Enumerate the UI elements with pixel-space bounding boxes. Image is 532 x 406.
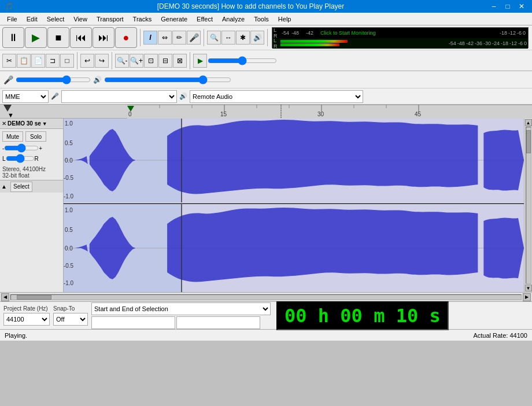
track-info: Stereo, 44100Hz 32-bit float	[0, 165, 63, 180]
menu-view[interactable]: View	[69, 14, 92, 24]
zoom-out-button[interactable]: 🔍-	[115, 54, 129, 68]
selection-type-select[interactable]: Start and End of Selection Start and Len…	[91, 302, 271, 315]
sep4	[77, 52, 77, 69]
zoom-in-tool[interactable]: 🔍	[207, 31, 221, 45]
menu-select[interactable]: Select	[42, 14, 69, 24]
output-level-slider[interactable]	[104, 76, 231, 84]
menu-help[interactable]: Help	[274, 14, 296, 24]
track-dropdown[interactable]: ▼	[42, 121, 47, 127]
track-format-line2: 32-bit float	[2, 172, 61, 179]
play-button[interactable]: ▶	[25, 27, 47, 48]
vertical-scrollbar: ▲ ▼	[524, 119, 532, 292]
input-level-bar: 🎤 🔊	[0, 71, 532, 88]
mute-button[interactable]: Mute	[2, 131, 23, 142]
playback-slider[interactable]	[208, 57, 277, 65]
menu-edit[interactable]: Edit	[22, 14, 42, 24]
volume-tool[interactable]: 🔊	[250, 31, 264, 45]
toolbar-area: ⏸ ▶ ■ ⏮ ⏭ ● I ⇔ ✏ 🎤 🔍 ↔ ✱ 🔊 LR	[0, 25, 532, 71]
cut-button[interactable]: ✂	[2, 54, 16, 68]
silence-button[interactable]: □	[60, 54, 74, 68]
close-track-button[interactable]: ✕	[2, 120, 6, 127]
h-scroll-thumb[interactable]	[17, 295, 51, 300]
scroll-up-button[interactable]: ▲	[525, 119, 532, 126]
zoom-sel-button[interactable]: ⊡	[144, 54, 158, 68]
zoom-extra[interactable]: ⊠	[173, 54, 187, 68]
envelope-tool[interactable]: ⇔	[158, 31, 172, 45]
transport-toolbar: ⏸ ▶ ■ ⏮ ⏭ ● I ⇔ ✏ 🎤 🔍 ↔ ✱ 🔊 LR	[0, 25, 532, 50]
menu-transport[interactable]: Transport	[92, 14, 128, 24]
start-time-input[interactable]: 00 h 00 m 00.000 s	[91, 316, 175, 329]
scroll-left-button[interactable]: ◀	[1, 293, 9, 301]
snap-to-select[interactable]: Off	[53, 313, 88, 326]
sep2	[204, 29, 204, 46]
stop-button[interactable]: ■	[47, 27, 69, 48]
menu-generate[interactable]: Generate	[156, 14, 192, 24]
waveform-svg: 1.0 0.5 0.0 -0.5 -1.0	[64, 119, 524, 292]
minimize-button[interactable]: –	[488, 1, 500, 12]
ruler[interactable]: 0 15 30 45	[127, 105, 532, 119]
driver-select[interactable]: MME	[2, 90, 49, 103]
trim-button[interactable]: ⊐	[46, 54, 60, 68]
selection-tool[interactable]: I	[143, 31, 157, 45]
menu-tools[interactable]: Tools	[249, 14, 274, 24]
monitor-bottom: LR -54-48-42-36-30-24-18-12-60	[272, 38, 528, 49]
menu-file[interactable]: File	[2, 14, 22, 24]
edit-group: ✂ 📋 📄 ⊐ □	[2, 54, 74, 68]
paste-button[interactable]: 📄	[31, 54, 45, 68]
svg-text:-0.5: -0.5	[64, 263, 74, 269]
time-inputs: 00 h 00 m 00.000 s 00 h 00 m 00.000 s	[91, 316, 271, 329]
end-time-input[interactable]: 00 h 00 m 00.000 s	[176, 316, 260, 329]
input-level-slider[interactable]	[16, 76, 91, 84]
zoom-fit-button[interactable]: ⊟	[158, 54, 172, 68]
titlebar: 🎵 [DEMO 30 seconds] How to add channels …	[0, 0, 532, 13]
extra-tools: ▶	[193, 54, 277, 68]
zoom-in-button[interactable]: 🔍+	[130, 54, 143, 68]
monitor-top: LR -54 -48 -42 Click to Start Monitoring…	[272, 28, 528, 38]
timer-display: 00 h 00 m 10 s	[285, 305, 441, 327]
close-button[interactable]: ✕	[516, 1, 527, 12]
project-rate-select[interactable]: 44100	[3, 313, 50, 326]
h-scroll-track[interactable]	[10, 294, 522, 300]
skip-end-button[interactable]: ⏭	[93, 27, 114, 48]
monitor-scale-bottom: -54-48-42-36-30-24-18-12-60	[449, 40, 527, 46]
menu-effect[interactable]: Effect	[192, 14, 217, 24]
svg-text:30: 30	[317, 111, 324, 117]
sep3	[267, 29, 268, 46]
zoom-group: 🔍 ↔ ✱ 🔊	[207, 31, 264, 45]
play-green-button[interactable]: ▶	[193, 54, 207, 68]
time-shift-tool[interactable]: ↔	[221, 31, 235, 45]
scroll-down-button[interactable]: ▼	[525, 285, 532, 291]
scroll-right-button[interactable]: ▶	[523, 293, 531, 301]
zoom-controls: 🔍- 🔍+ ⊡ ⊟ ⊠	[115, 54, 187, 68]
pause-button[interactable]: ⏸	[2, 27, 24, 48]
vu-bar-r	[280, 43, 339, 46]
pencil-tool[interactable]: ✏	[172, 31, 186, 45]
record-button[interactable]: ●	[115, 27, 137, 48]
redo-button[interactable]: ↪	[95, 54, 109, 68]
menu-tracks[interactable]: Tracks	[128, 14, 157, 24]
output-device-select[interactable]: Remote Audio	[190, 90, 363, 103]
mic-tool[interactable]: 🎤	[187, 31, 201, 45]
track-select-button[interactable]: Select	[10, 182, 32, 192]
multi-tool[interactable]: ✱	[236, 31, 250, 45]
undo-button[interactable]: ↩	[80, 54, 94, 68]
v-scroll-thumb[interactable]	[526, 130, 531, 153]
v-scroll-track[interactable]	[526, 127, 531, 284]
snap-to-label: Snap-To	[53, 305, 88, 312]
solo-button[interactable]: Solo	[25, 131, 46, 142]
maximize-button[interactable]: □	[502, 1, 513, 12]
expand-track-button[interactable]: ▲	[1, 183, 10, 190]
playhead-marker: ▼	[3, 105, 12, 112]
input-device-select[interactable]	[61, 90, 177, 103]
pan-slider[interactable]	[6, 154, 35, 163]
monitoring-click[interactable]: Click to Start Monitoring	[320, 30, 498, 36]
track-label-panel: ✕ DEMO 30 se ▼ Mute Solo - +	[0, 119, 64, 292]
svg-text:-1.0: -1.0	[64, 193, 74, 200]
waveform-area[interactable]: 1.0 0.5 0.0 -0.5 -1.0	[64, 119, 524, 292]
titlebar-controls: – □ ✕	[488, 1, 527, 12]
skip-start-button[interactable]: ⏮	[70, 27, 92, 48]
menu-analyze[interactable]: Analyze	[217, 14, 249, 24]
copy-button[interactable]: 📋	[17, 54, 31, 68]
project-rate-label: Project Rate (Hz)	[3, 305, 50, 312]
gain-slider-input[interactable]	[4, 144, 39, 152]
